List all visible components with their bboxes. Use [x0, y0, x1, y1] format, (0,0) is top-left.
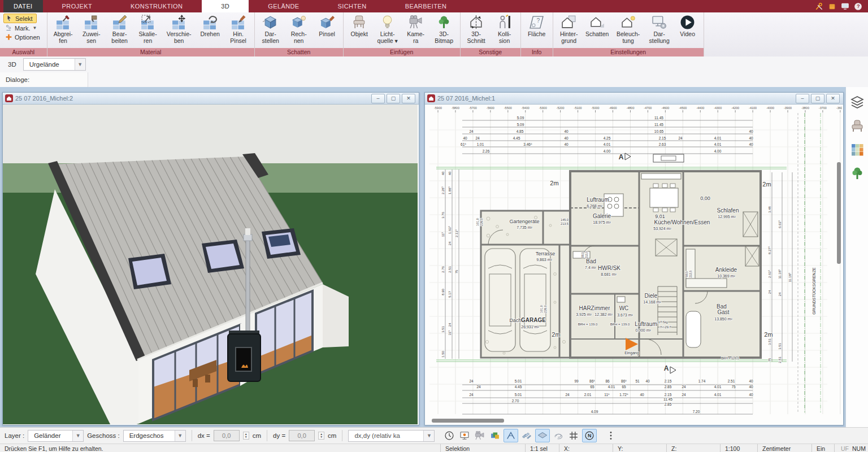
tab-datei[interactable]: DATEI [3, 0, 43, 12]
geschoss-select[interactable]: Erdgeschos ▼ [123, 430, 186, 442]
vertical-scrollbar[interactable] [837, 162, 841, 264]
chevron-down-icon[interactable]: ▼ [72, 431, 83, 441]
tab-gelände[interactable]: GELÄNDE [249, 0, 318, 12]
window-3d-view[interactable]: 25 07 2016_Michel:2 – ▢ ✕ [2, 92, 419, 425]
tab-bearbeiten[interactable]: BEARBEITEN [386, 0, 466, 12]
box-icon[interactable] [828, 2, 836, 11]
chair2-icon[interactable] [850, 119, 865, 133]
dx-input[interactable]: 0,0 [214, 430, 240, 441]
coordinate-mode-select[interactable]: dx,dy (relativ ka ▼ [348, 430, 435, 442]
window-3d-titlebar[interactable]: 25 07 2016_Michel:2 – ▢ ✕ [3, 93, 419, 105]
tab-sichten[interactable]: SICHTEN [319, 0, 386, 12]
movcam-icon[interactable] [473, 429, 487, 442]
ribbon-button-zuweisen[interactable]: Zuwei-sen [78, 14, 105, 45]
ribbon-button-darstellung[interactable]: Dar-stellung [646, 14, 673, 45]
viewport-plan[interactable]: -5900-5800-5700-5600-5500-5400-5300-5200… [425, 105, 842, 424]
tab-konstruktion[interactable]: KONSTRUKTION [111, 0, 202, 12]
window-floor-plan[interactable]: 25 07 2016_Michel:1 – ▢ ✕ -5900-5800-570… [424, 92, 844, 425]
plan-label: 86⁵ [621, 379, 627, 383]
ncircle-icon[interactable]: N [582, 429, 597, 442]
ribbon-button-label: Kolli-sion [498, 31, 511, 44]
ribbon-button-objekt[interactable]: Objekt [346, 14, 373, 39]
window-plan-title: 25 07 2016_Michel:1 [437, 95, 495, 102]
ribbon-button-3dschnitt[interactable]: 3D-Schnitt [463, 14, 490, 45]
catalog-sidebar [845, 87, 868, 435]
ribbon-button-label: 3D-Bitmap [435, 31, 453, 44]
plan-label: 1.88⁵ [448, 186, 452, 194]
layer-icon[interactable] [535, 429, 550, 442]
ribbon-button-pinsel[interactable]: Pinsel [314, 14, 341, 39]
close-button[interactable]: ✕ [402, 94, 415, 103]
ribbon-button-bearbeiten[interactable]: Bear-beiten [106, 14, 133, 45]
plan-label: 51 [635, 379, 640, 383]
ribbon-button-3dbitmap[interactable]: 3D-Bitmap [431, 14, 458, 45]
ribbon-button-schatten[interactable]: Schatten [584, 14, 611, 39]
roof-icon[interactable] [520, 429, 533, 442]
clock-icon[interactable] [442, 429, 456, 442]
ribbon-button-beleuchtung[interactable]: Beleuch-tung [612, 14, 645, 45]
minimize-button[interactable]: – [371, 94, 385, 103]
horizontal-scrollbar[interactable] [432, 419, 504, 423]
tree-icon [436, 15, 452, 30]
dy-input[interactable]: 0,0 [289, 430, 315, 441]
mats-icon[interactable] [488, 429, 502, 442]
group-caption-sonstige: Sonstige [461, 48, 520, 56]
ribbon-button-kollision[interactable]: Kolli-sion [491, 14, 518, 45]
dy-spinner[interactable]: ▲▼ [318, 432, 324, 440]
screen-icon[interactable] [841, 2, 849, 11]
tools-icon[interactable] [815, 2, 823, 11]
ruler-tick: -5600 [487, 106, 494, 110]
ribbon-button-verschieben[interactable]: Verschie-ben [163, 14, 196, 45]
maximize-button[interactable]: ▢ [387, 94, 400, 103]
palette-icon[interactable] [850, 142, 865, 157]
monitor-dot-icon[interactable] [458, 429, 471, 442]
plan-label: Gartengeräte [509, 219, 539, 224]
chevron-down-icon[interactable]: ▼ [75, 59, 85, 70]
plan-label: A [619, 153, 624, 161]
plan-label: 2.85 [665, 402, 672, 406]
close-button[interactable]: ✕ [826, 94, 840, 103]
selekt-button[interactable]: Selekt [3, 14, 37, 23]
hash-icon[interactable] [567, 429, 580, 442]
terrain-select[interactable]: Urgelände ▼ [23, 58, 86, 71]
ribbon-button-hinpinsel[interactable]: Hin.Pinsel [225, 14, 252, 45]
tree2-icon[interactable] [850, 166, 865, 181]
plan-label: 1.01 [477, 142, 484, 146]
plan-label: 11.18⁵ [778, 269, 782, 279]
minimize-button[interactable]: – [796, 94, 809, 103]
ribbon-button-rechnen[interactable]: Rech-nen [285, 14, 313, 45]
dots-icon[interactable] [604, 429, 618, 442]
layers-icon[interactable] [850, 95, 865, 110]
plan-label: Luftraum [635, 321, 657, 327]
plan-label: 65 [622, 385, 626, 389]
ribbon-button-lichtquelle[interactable]: Licht-quelle ▾ [374, 14, 401, 45]
optionen-button[interactable]: Optionen [3, 33, 44, 41]
plan-label: 5.17 [448, 291, 452, 298]
plan-label: 88,5 [685, 271, 688, 277]
viewport-3d[interactable] [3, 105, 418, 424]
chevron-down-icon[interactable]: ▼ [423, 431, 434, 441]
ribbon-button-skalieren[interactable]: Skalie-ren [134, 14, 162, 45]
angle-icon[interactable] [504, 429, 518, 442]
ribbon-button-kamera[interactable]: Kame-ra [402, 14, 429, 45]
layer-select[interactable]: Geländer ▼ [28, 430, 84, 442]
plan-label: 40 [749, 142, 753, 146]
status-cell-y: Y: [613, 444, 666, 452]
ribbon-button-hintergrund[interactable]: Hinter-grund [555, 14, 583, 45]
tab-3d[interactable]: 3D [202, 0, 249, 12]
ribbon-button-abgreifen[interactable]: Abgrei-fen [50, 14, 77, 45]
chevron-down-icon[interactable]: ▼ [175, 431, 185, 441]
ribbon-button-darstellen[interactable]: Dar-stellen [257, 14, 284, 45]
swirl-icon[interactable] [552, 429, 565, 442]
mark-button[interactable]: Mark. ▼ [3, 24, 40, 32]
help-icon[interactable]: ? [854, 2, 862, 11]
ribbon-button-drehen[interactable]: Drehen [197, 14, 224, 39]
floor-plan-drawing: -5900-5800-5700-5600-5500-5400-5300-5200… [425, 105, 842, 420]
dx-spinner[interactable]: ▲▼ [243, 432, 249, 440]
ribbon-button-video[interactable]: Video [674, 14, 701, 39]
maximize-button[interactable]: ▢ [811, 94, 824, 103]
window-plan-titlebar[interactable]: 25 07 2016_Michel:1 – ▢ ✕ [425, 93, 843, 105]
tab-projekt[interactable]: PROJEKT [43, 0, 112, 12]
ribbon-button-fläche[interactable]: ?Fläche [523, 14, 550, 39]
plan-label: 75 [768, 358, 771, 362]
